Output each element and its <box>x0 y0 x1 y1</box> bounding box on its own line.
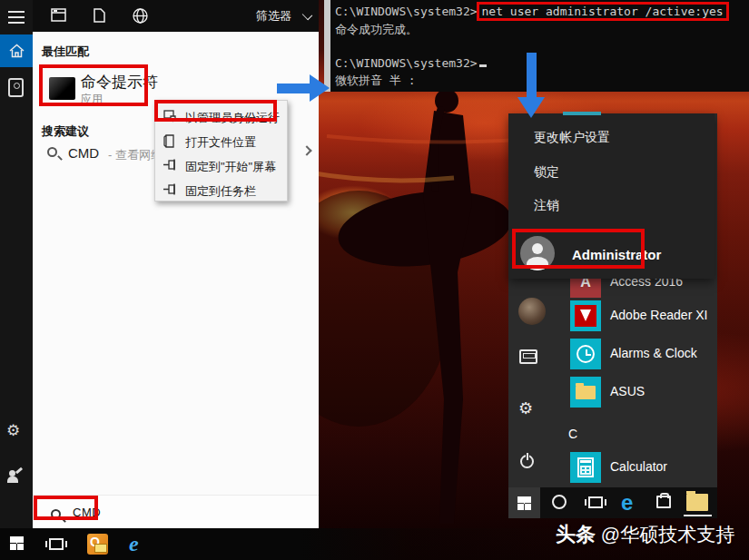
menu-item-pin-to-taskbar[interactable]: 固定到任务栏 <box>155 178 287 202</box>
best-match-title: 命令提示符 <box>81 72 158 93</box>
arrow-head <box>310 74 330 102</box>
arrow-shaft <box>277 84 310 93</box>
administrator-avatar-icon <box>520 236 555 270</box>
administrator-name: Administrator <box>572 247 661 262</box>
flyout-item-lock[interactable]: 锁定 <box>534 164 559 181</box>
search-input[interactable]: CMD <box>73 506 101 519</box>
best-match-header: 最佳匹配 <box>42 44 89 60</box>
web-filter-icon[interactable] <box>133 8 148 24</box>
menu-item-open-file-location[interactable]: 打开文件位置 <box>155 129 287 153</box>
arrow-head <box>517 97 545 118</box>
app-label: Calculator <box>610 459 667 474</box>
chevron-down-icon[interactable] <box>302 10 312 20</box>
screen: ⚙ 筛选器 最佳匹配 <box>0 0 749 560</box>
task-view-icon[interactable] <box>588 496 603 508</box>
alarms-clock-app-icon <box>570 339 601 369</box>
search-icon <box>47 147 57 157</box>
store-icon[interactable] <box>656 496 671 508</box>
start-button[interactable] <box>508 487 540 518</box>
file-location-icon <box>163 134 176 148</box>
search-sidebar: ⚙ <box>0 0 33 528</box>
menu-item-label: 固定到任务栏 <box>185 183 256 200</box>
run-as-admin-icon <box>163 110 177 123</box>
ime-status-bar: 微软拼音 半 : <box>335 73 415 89</box>
start-button[interactable] <box>10 536 24 550</box>
power-icon[interactable] <box>520 455 534 468</box>
asus-folder-icon <box>570 377 601 408</box>
inner-taskbar: e <box>508 487 717 518</box>
adobe-reader-app-icon <box>570 300 601 331</box>
menu-item-run-as-admin[interactable]: 以管理员身份运行 <box>155 104 287 129</box>
menu-item-label: 打开文件位置 <box>185 134 256 151</box>
taskbar-search-box[interactable]: CMD <box>33 495 319 528</box>
watermark-prefix: 头条 <box>556 523 596 545</box>
app-label: ASUS <box>610 384 645 398</box>
section-letter-c[interactable]: C <box>568 427 577 441</box>
feedback-pen <box>15 467 23 474</box>
account-flyout-menu: 更改帐户设置 锁定 注销 Administrator <box>508 113 715 279</box>
app-row-adobe-reader[interactable]: Adobe Reader XI <box>567 300 717 331</box>
app-row-alarms-clock[interactable]: Alarms & Clock <box>567 339 717 369</box>
file-explorer-icon[interactable] <box>519 349 537 364</box>
cmd-prompt: C:\WINDOWS\system32> <box>335 5 478 18</box>
feedback-body <box>7 476 18 483</box>
windows-logo-icon <box>517 496 531 510</box>
suggestion-query: CMD <box>68 145 99 161</box>
settings-gear-icon[interactable]: ⚙ <box>6 423 20 438</box>
search-results-panel: 筛选器 最佳匹配 命令提示符 应用 搜索建议 CMD - 查看网络 CMD <box>33 0 319 528</box>
file-explorer-taskbar-icon[interactable] <box>686 494 708 511</box>
app-label: Adobe Reader XI <box>610 308 707 322</box>
context-menu: 以管理员身份运行 打开文件位置 固定到"开始"屏幕 固定到任务栏 <box>154 100 288 201</box>
menu-item-pin-to-start[interactable]: 固定到"开始"屏幕 <box>155 153 287 178</box>
sidebar-item-home[interactable] <box>0 34 33 67</box>
cmd-line-prompt2: C:\WINDOWS\system32> <box>335 56 487 70</box>
flyout-item-change-account-settings[interactable]: 更改帐户设置 <box>534 130 610 146</box>
windows-logo-icon <box>10 536 24 550</box>
settings-gear-icon[interactable]: ⚙ <box>518 400 533 417</box>
open-app-indicator <box>684 515 712 516</box>
calculator-app-icon <box>570 452 601 483</box>
pin-icon <box>163 159 178 171</box>
home-icon <box>9 44 25 58</box>
command-prompt-window[interactable]: C:\WINDOWS\system32>net user administrat… <box>324 0 749 92</box>
app-row-asus[interactable]: ASUS <box>567 377 717 408</box>
menu-item-label: 以管理员身份运行 <box>185 110 280 126</box>
outlook-icon[interactable] <box>87 534 108 555</box>
flyout-item-sign-out[interactable]: 注销 <box>534 198 559 214</box>
cmd-app-icon <box>49 77 75 100</box>
menu-item-label: 固定到"开始"屏幕 <box>185 159 276 175</box>
search-filter-bar: 筛选器 <box>33 0 319 32</box>
chevron-right-icon[interactable] <box>301 145 311 155</box>
cmd-command-highlighted: net user administrator /active:yes <box>477 2 729 21</box>
cmd-line-command: C:\WINDOWS\system32>net user administrat… <box>335 2 729 21</box>
arrow-shaft <box>527 53 537 97</box>
cmd-prompt: C:\WINDOWS\system32> <box>335 56 478 70</box>
user-avatar[interactable] <box>518 298 546 325</box>
best-match-subtitle: 应用 <box>81 92 103 107</box>
cmd-cursor <box>479 64 487 67</box>
watermark-text: @华硕技术支持 <box>596 524 734 545</box>
cortana-icon[interactable] <box>552 495 567 509</box>
task-view-icon[interactable] <box>49 538 64 550</box>
app-label: Alarms & Clock <box>610 346 697 360</box>
watermark: 头条 @华硕技术支持 <box>556 521 734 548</box>
edge-icon[interactable]: e <box>621 492 633 514</box>
search-icon <box>51 506 61 523</box>
internet-explorer-icon[interactable]: e <box>129 532 139 556</box>
hamburger-menu-icon[interactable] <box>8 11 25 13</box>
app-row-calculator[interactable]: Calculator <box>567 452 717 483</box>
flyout-accent-bar <box>563 112 601 115</box>
apps-filter-icon[interactable] <box>51 8 66 22</box>
feedback-icon[interactable] <box>8 470 20 482</box>
documents-filter-icon[interactable] <box>94 8 105 23</box>
pin-icon <box>163 183 178 195</box>
sidebar-item-best-match[interactable] <box>8 78 24 97</box>
cmd-line-result: 命令成功完成。 <box>335 22 418 38</box>
suggestions-header: 搜索建议 <box>42 123 89 140</box>
filters-dropdown[interactable]: 筛选器 <box>256 8 291 25</box>
